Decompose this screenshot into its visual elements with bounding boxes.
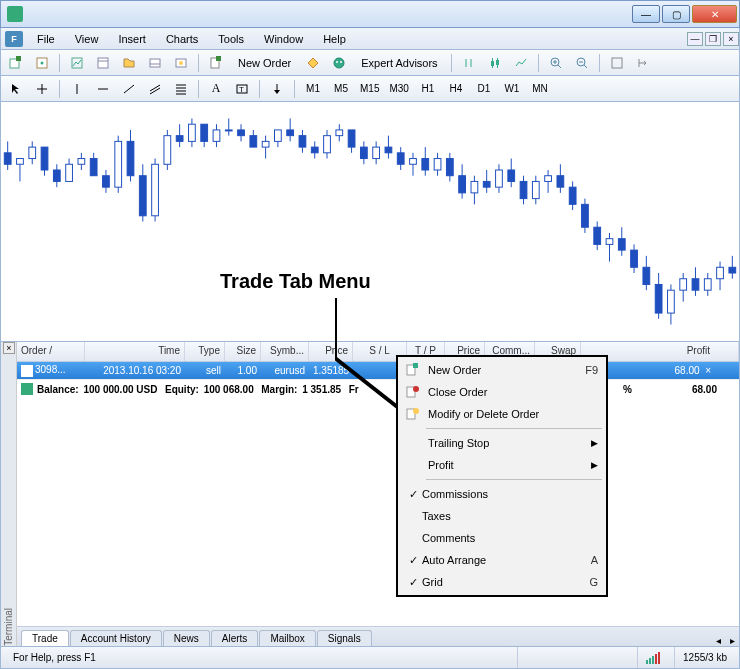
new-order-icon[interactable] [205,53,227,73]
ctx-close-order[interactable]: Close Order [400,381,604,403]
expert-advisors-button[interactable]: Expert Advisors [354,53,444,73]
order-row[interactable]: 3098... 2013.10.16 03:20 sell 1.00 eurus… [17,362,739,380]
ctx-new-order[interactable]: New Order F9 [400,359,604,381]
terminal-empty-area [17,398,739,626]
cursor-icon[interactable] [5,79,27,99]
svg-rect-127 [496,170,503,187]
maximize-button[interactable]: ▢ [662,5,690,23]
chart-shift-icon[interactable] [632,53,654,73]
arrows-icon[interactable] [266,79,288,99]
data-window-icon[interactable] [92,53,114,73]
svg-rect-7 [150,59,160,67]
ctx-profit[interactable]: Profit ▶ [400,454,604,476]
menu-insert[interactable]: Insert [108,33,156,45]
tab-news[interactable]: News [163,630,210,646]
timeframe-m1[interactable]: M1 [301,79,325,99]
timeframe-h4[interactable]: H4 [444,79,468,99]
svg-rect-159 [692,279,699,290]
tab-signals[interactable]: Signals [317,630,372,646]
market-watch-icon[interactable] [66,53,88,73]
menu-window[interactable]: Window [254,33,313,45]
ctx-grid[interactable]: ✓ Grid G [400,571,604,593]
tab-scroll-right[interactable]: ▸ [725,635,739,646]
mdi-minimize-button[interactable]: — [687,32,703,46]
zoom-out-icon[interactable] [571,53,593,73]
close-button[interactable]: ✕ [692,5,737,23]
minimize-button[interactable]: — [632,5,660,23]
mdi-close-button[interactable]: × [723,32,739,46]
svg-rect-63 [103,176,110,187]
menu-file[interactable]: File [27,33,65,45]
checkmark-icon: ✓ [404,488,422,501]
terminal-icon[interactable] [144,53,166,73]
timeframe-m15[interactable]: M15 [357,79,382,99]
timeframe-w1[interactable]: W1 [500,79,524,99]
svg-point-176 [413,386,419,392]
tab-account-history[interactable]: Account History [70,630,162,646]
timeframe-h1[interactable]: H1 [416,79,440,99]
col-time[interactable]: Time [85,342,185,361]
timeframe-m30[interactable]: M30 [386,79,411,99]
horizontal-line-icon[interactable] [92,79,114,99]
fibonacci-icon[interactable] [170,79,192,99]
terminal-close-icon[interactable]: × [3,342,15,354]
svg-rect-161 [704,279,711,290]
tab-alerts[interactable]: Alerts [211,630,259,646]
col-price[interactable]: Price [309,342,353,361]
tab-trade[interactable]: Trade [21,630,69,646]
toolbar-separator [59,80,60,98]
new-order-button[interactable]: New Order [231,53,298,73]
svg-rect-111 [397,153,404,164]
col-size[interactable]: Size [225,342,261,361]
svg-rect-113 [410,159,417,165]
mdi-restore-button[interactable]: ❐ [705,32,721,46]
navigator-icon[interactable] [118,53,140,73]
vertical-line-icon[interactable] [66,79,88,99]
svg-rect-91 [275,130,282,141]
timeframe-d1[interactable]: D1 [472,79,496,99]
ctx-commissions[interactable]: ✓ Commissions [400,483,604,505]
menu-view[interactable]: View [65,33,109,45]
line-chart-icon[interactable] [510,53,532,73]
svg-rect-139 [569,187,576,204]
menu-tools[interactable]: Tools [208,33,254,45]
text-icon[interactable]: A [205,79,227,99]
order-icon [21,365,33,377]
svg-rect-55 [53,170,60,181]
tab-scroll-left[interactable]: ◂ [711,635,725,646]
svg-rect-115 [422,159,429,170]
text-label-icon[interactable]: T [231,79,253,99]
auto-scroll-icon[interactable] [606,53,628,73]
col-type[interactable]: Type [185,342,225,361]
menubar: F File View Insert Charts Tools Window H… [0,28,740,50]
tab-mailbox[interactable]: Mailbox [259,630,315,646]
profiles-icon[interactable] [31,53,53,73]
svg-marker-13 [308,58,318,68]
new-chart-icon[interactable] [5,53,27,73]
ctx-comments[interactable]: Comments [400,527,604,549]
expert-advisors-icon[interactable] [328,53,350,73]
status-help: For Help, press F1 [5,647,517,668]
zoom-in-icon[interactable] [545,53,567,73]
strategy-tester-icon[interactable] [170,53,192,73]
channel-icon[interactable] [144,79,166,99]
menu-help[interactable]: Help [313,33,356,45]
bar-chart-icon[interactable] [458,53,480,73]
ctx-taxes[interactable]: Taxes [400,505,604,527]
col-symbol[interactable]: Symb... [261,342,309,361]
crosshair-icon[interactable] [31,79,53,99]
svg-rect-135 [545,176,552,182]
price-chart[interactable] [0,102,740,342]
metaquotes-icon[interactable] [302,53,324,73]
ctx-auto-arrange[interactable]: ✓ Auto Arrange A [400,549,604,571]
col-order[interactable]: Order / [17,342,85,361]
timeframe-mn[interactable]: MN [528,79,552,99]
timeframe-m5[interactable]: M5 [329,79,353,99]
ctx-modify-order[interactable]: Modify or Delete Order [400,403,604,425]
svg-line-28 [584,65,587,68]
new-order-icon [404,362,422,378]
ctx-trailing-stop[interactable]: Trailing Stop ▶ [400,432,604,454]
candlestick-icon[interactable] [484,53,506,73]
menu-charts[interactable]: Charts [156,33,208,45]
trendline-icon[interactable] [118,79,140,99]
